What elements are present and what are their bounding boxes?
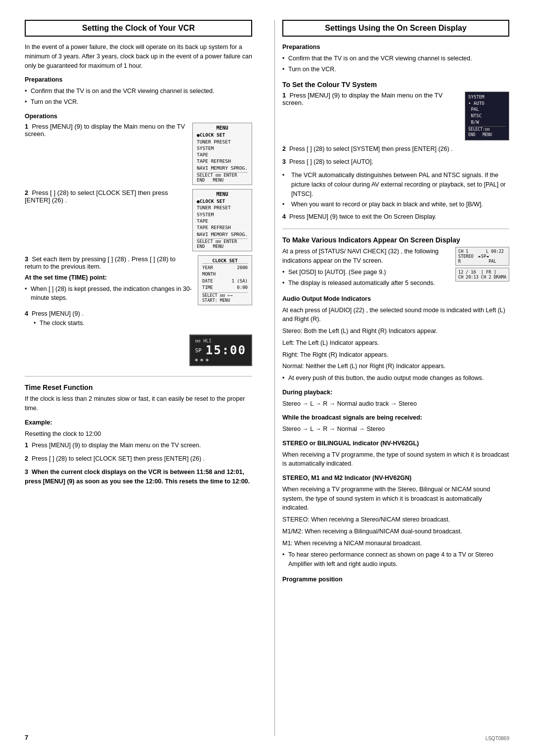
tr-step3-text: When the current clock displays on the V… bbox=[25, 469, 250, 485]
example-label: Example: bbox=[25, 418, 252, 427]
menu2-item-6: NAVI MEMORY SPROG. bbox=[197, 231, 248, 237]
ind-intro: At a press of [STATUS/ NAVI CHECK] (32) … bbox=[282, 247, 450, 266]
audio-intro: At each press of [AUDIO] (22) , the sele… bbox=[282, 306, 509, 325]
during-playback-label: During playback: bbox=[282, 388, 509, 397]
left-step1: 1 Press [MENU] (9) to display the Main m… bbox=[25, 123, 252, 185]
right-section-title: Settings Using the On Screen Display bbox=[282, 20, 509, 37]
left-prep-bullet-1: Confirm that the TV is on and the VCR vi… bbox=[25, 87, 252, 96]
menu1-item-1: ●CLOCK SET bbox=[197, 132, 248, 138]
left-step2: 2 Press [ ] (28) to select [CLOCK SET] t… bbox=[25, 189, 252, 251]
c-step2: 2 Press [ ] (28) to select [SYSTEM] then… bbox=[282, 144, 509, 154]
c-step1-text: Press [MENU] (9) to display the Main men… bbox=[282, 92, 443, 106]
stereo-item-1: M1/M2: When receiving a Bilingual/NICAM … bbox=[282, 527, 509, 536]
menu2-item-3: SYSTEM bbox=[197, 211, 248, 218]
tr-step1: 1 Press [MENU] (9) to display the Main m… bbox=[25, 441, 252, 450]
menu-box-1: MENU ●CLOCK SET TUNER PRESET SYSTEM TAPE… bbox=[192, 123, 252, 185]
programme-label: Programme position bbox=[282, 575, 509, 584]
cs-date: DATE1 (SA) bbox=[202, 278, 248, 285]
broadcast-text: Stereo → L → R → Normal → Stereo bbox=[282, 425, 509, 434]
left-step4: 4 Press [MENU] (9) . The clock starts. bbox=[25, 309, 252, 328]
step4-text: Press [MENU] (9) . bbox=[32, 310, 84, 317]
audio-item-2: Right: The Right (R) Indicator appears. bbox=[282, 350, 509, 360]
menu1-item-4: TAPE bbox=[197, 151, 248, 158]
left-step3: 3 Set each item by pressing [ ] (28) . P… bbox=[25, 255, 252, 305]
audio-item-0: Stereo: Both the Left (L) and Right (R) … bbox=[282, 327, 509, 336]
menu2-item-5: TAPE REFRESH bbox=[197, 224, 248, 231]
right-column: Settings Using the On Screen Display Pre… bbox=[274, 20, 509, 736]
left-intro: In the event of a power failure, the clo… bbox=[25, 43, 252, 70]
menu1-item-2: TUNER PRESET bbox=[197, 139, 248, 145]
stereo-m1m2-text: When receiving a TV programme with the S… bbox=[282, 485, 509, 513]
ind-bullet-2: The display is released automatically af… bbox=[282, 279, 450, 288]
right-preparations-label: Preparations bbox=[282, 43, 509, 52]
c-step3-text: Press [ ] (28) to select [AUTO]. bbox=[289, 158, 373, 165]
system-menu-box: SYSTEM AUTO PAL NTSC B/W SELECT:⊡⊡END ME… bbox=[465, 92, 509, 140]
left-prep-bullet-2: Turn on the VCR. bbox=[25, 97, 252, 107]
clock-dots: ● ● ● bbox=[195, 357, 247, 362]
clock-set-title: CLOCK SET bbox=[202, 258, 248, 264]
stereo-item-0: STEREO: When receiving a Stereo/NICAM st… bbox=[282, 515, 509, 524]
page: Setting the Clock of Your VCR In the eve… bbox=[0, 0, 534, 756]
c-bullet-2: When you want to record or play back in … bbox=[282, 200, 509, 209]
indicator-box-2: 12 / 16 [ FR ] CH 20:13 CH 2 DRAMA bbox=[455, 268, 509, 282]
stereo-bilingual-text: When receiving a TV programme, the type … bbox=[282, 450, 509, 469]
clock-display: ⊡⊡ HLI SP 15:00 ● ● ● bbox=[189, 334, 253, 366]
ind-box2-line1: 12 / 16 [ FR ] bbox=[458, 270, 506, 275]
clock-sp: SP bbox=[195, 347, 202, 354]
audio-bullet: At every push of this button, the audio … bbox=[282, 374, 509, 383]
menu1-item-3: SYSTEM bbox=[197, 145, 248, 151]
stereo-bilingual-label: STEREO or BILINGUAL indicator (NV-HV62GL… bbox=[282, 439, 509, 448]
audio-item-1: Left: The Left (L) Indicator appears. bbox=[282, 338, 509, 348]
ind-box1-line2: STEREO ►SP◄ bbox=[458, 254, 506, 259]
audio-item-3: Normal: Neither the Left (L) nor Right (… bbox=[282, 362, 509, 371]
step2-text: Press [ ] (28) to select [CLOCK SET] the… bbox=[25, 189, 168, 204]
indicators-title: To Make Various Indicators Appear On Scr… bbox=[282, 236, 509, 244]
lsqt-code: LSQT0869 bbox=[486, 736, 509, 741]
clock-top: ⊡⊡ HLI bbox=[195, 338, 247, 343]
menu1-title: MENU bbox=[197, 125, 248, 131]
menu2-item-2: TUNER PRESET bbox=[197, 204, 248, 211]
time-reset-intro: If the clock is less than 2 minutes slow… bbox=[25, 394, 252, 413]
system-item-ntsc: NTSC bbox=[468, 113, 506, 119]
c-step1: 1 Press [MENU] (9) to display the Main m… bbox=[282, 92, 509, 140]
menu2-footer: SELECT ⊡⊡ ENTEREND MENU bbox=[197, 238, 248, 249]
stereo-item-2: M1: When receiving a NICAM monaural broa… bbox=[282, 539, 509, 548]
colour-tv-title: To Set the Colour TV System bbox=[282, 81, 509, 89]
clock-set-box: CLOCK SET YEAR2000 MONTH DATE1 (SA) TIME… bbox=[198, 255, 252, 305]
system-item-bw: B/W bbox=[468, 119, 506, 126]
set-time-label: At the set time (TIME) point: bbox=[25, 273, 193, 283]
c-bullet-1: The VCR automatically distinguishes betw… bbox=[282, 171, 509, 198]
system-item-pal: PAL bbox=[468, 106, 506, 113]
cs-year: YEAR2000 bbox=[202, 265, 248, 272]
step3-num: 3 bbox=[25, 255, 28, 263]
left-section-title: Setting the Clock of Your VCR bbox=[25, 20, 252, 37]
menu1-item-5: TAPE REFRESH bbox=[197, 158, 248, 164]
tr-step2: 2 Press [ ] (28) to select [CLOCK SET] t… bbox=[25, 454, 252, 464]
cs-footer: SELECT ⊡⊡ ←→START: MENU bbox=[202, 292, 248, 303]
ind-box1-line3: R PAL bbox=[458, 259, 506, 264]
step4-bullet: The clock starts. bbox=[34, 319, 252, 328]
menu-box-2: MENU ●CLOCK SET TUNER PRESET SYSTEM TAPE… bbox=[192, 189, 252, 251]
audio-label: Audio Output Mode Indicators bbox=[282, 294, 509, 304]
time-reset-title: Time Reset Function bbox=[25, 383, 252, 391]
indicator-box-1: CH 1 L 00:22 STEREO ►SP◄ R PAL bbox=[455, 247, 509, 266]
indicators-section: At a press of [STATUS/ NAVI CHECK] (32) … bbox=[282, 247, 509, 289]
during-playback-text: Stereo → L → R → Normal audio track → St… bbox=[282, 399, 509, 409]
system-item-auto: AUTO bbox=[468, 100, 506, 107]
left-preparations-label: Preparations bbox=[25, 75, 252, 85]
cs-month: MONTH bbox=[202, 271, 248, 278]
stereo-bullet: To hear stereo performance connect as sh… bbox=[282, 550, 509, 569]
right-prep-bullet-2: Turn on the VCR. bbox=[282, 65, 509, 74]
c-step2-text: Press [ ] (28) to select [SYSTEM] then p… bbox=[289, 145, 453, 152]
stereo-m1m2-label: STEREO, M1 and M2 Indicator (NV-HV62GN) bbox=[282, 473, 509, 483]
broadcast-label: While the broadcast signals are being re… bbox=[282, 413, 509, 423]
step3-text: Set each item by pressing [ ] (28) . Pre… bbox=[25, 255, 176, 270]
clock-time-display: 15:00 bbox=[206, 343, 246, 357]
cs-time: TIME0:00 bbox=[202, 284, 248, 291]
step3-bullet: When [ ] (28) is kept pressed, the indic… bbox=[25, 284, 193, 303]
ind-box1-line1: CH 1 L 00:22 bbox=[458, 249, 506, 254]
menu2-title: MENU bbox=[197, 191, 248, 197]
tr-step3: 3 When the current clock displays on the… bbox=[25, 468, 252, 486]
example-text: Resetting the clock to 12:00 bbox=[25, 429, 252, 439]
ind-box2-line2: CH 20:13 CH 2 DRAMA bbox=[458, 275, 506, 280]
